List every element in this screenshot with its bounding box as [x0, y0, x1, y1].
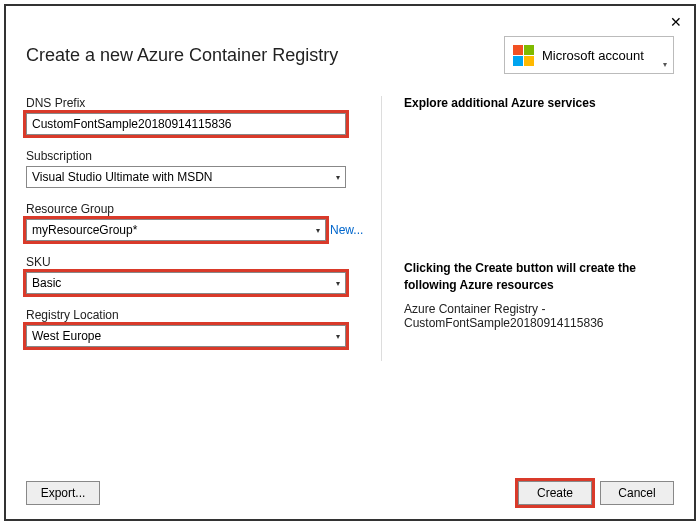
- resource-group-dropdown[interactable]: myResourceGroup* ▾: [26, 219, 326, 241]
- registry-location-value: West Europe: [32, 329, 101, 343]
- close-icon[interactable]: ✕: [670, 14, 682, 30]
- dialog-window: ✕ Create a new Azure Container Registry …: [4, 4, 696, 521]
- sku-value: Basic: [32, 276, 61, 290]
- subscription-label: Subscription: [26, 149, 366, 163]
- dns-prefix-value: CustomFontSample20180914115836: [32, 117, 231, 131]
- create-info-heading: Clicking the Create button will create t…: [404, 260, 674, 294]
- page-title: Create a new Azure Container Registry: [26, 45, 338, 66]
- explore-services-heading: Explore additional Azure services: [404, 96, 674, 110]
- dns-prefix-input[interactable]: CustomFontSample20180914115836: [26, 113, 346, 135]
- header: Create a new Azure Container Registry Mi…: [6, 6, 694, 84]
- chevron-down-icon: ▾: [336, 279, 340, 288]
- resource-group-label: Resource Group: [26, 202, 366, 216]
- sku-label: SKU: [26, 255, 366, 269]
- resource-group-value: myResourceGroup*: [32, 223, 137, 237]
- export-button[interactable]: Export...: [26, 481, 100, 505]
- sku-dropdown[interactable]: Basic ▾: [26, 272, 346, 294]
- create-button[interactable]: Create: [518, 481, 592, 505]
- account-dropdown[interactable]: Microsoft account ▾: [504, 36, 674, 74]
- chevron-down-icon: ▾: [336, 332, 340, 341]
- chevron-down-icon: ▾: [663, 60, 667, 69]
- body: DNS Prefix CustomFontSample2018091411583…: [6, 84, 694, 361]
- cancel-button[interactable]: Cancel: [600, 481, 674, 505]
- dns-prefix-label: DNS Prefix: [26, 96, 366, 110]
- registry-location-dropdown[interactable]: West Europe ▾: [26, 325, 346, 347]
- resource-summary-line: Azure Container Registry - CustomFontSam…: [404, 302, 674, 330]
- subscription-dropdown[interactable]: Visual Studio Ultimate with MSDN ▾: [26, 166, 346, 188]
- form-column: DNS Prefix CustomFontSample2018091411583…: [26, 96, 381, 361]
- footer: Export... Create Cancel: [26, 481, 674, 505]
- account-label: Microsoft account: [542, 48, 644, 63]
- registry-location-label: Registry Location: [26, 308, 366, 322]
- microsoft-logo-icon: [513, 45, 534, 66]
- subscription-value: Visual Studio Ultimate with MSDN: [32, 170, 213, 184]
- info-column: Explore additional Azure services Clicki…: [381, 96, 674, 361]
- chevron-down-icon: ▾: [316, 226, 320, 235]
- new-resource-group-link[interactable]: New...: [330, 223, 363, 237]
- footer-right-buttons: Create Cancel: [518, 481, 674, 505]
- chevron-down-icon: ▾: [336, 173, 340, 182]
